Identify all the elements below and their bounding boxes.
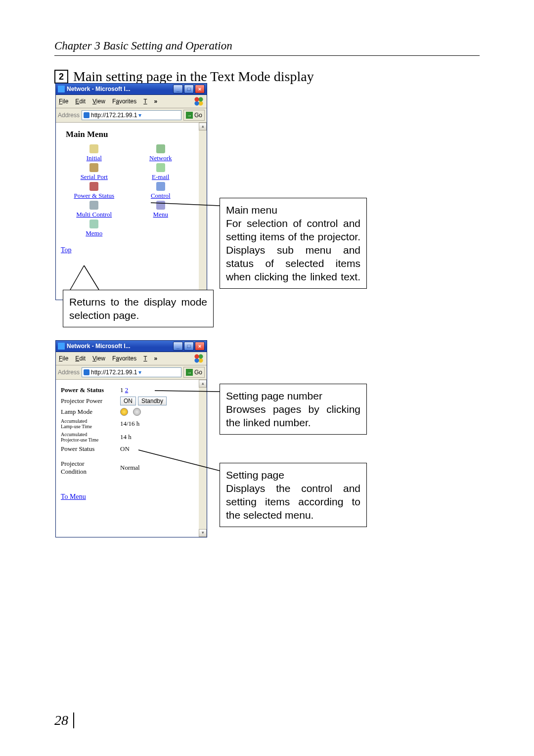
value-acc-lamp: 14/16 h [120,420,139,428]
menu-view[interactable]: View [92,98,105,105]
value-acc-projector: 14 h [120,433,132,441]
browser-content: Main Menu Initial Network Serial Port E-… [56,123,207,300]
label-acc-lamp: AccumulatedLamp-use Time [61,418,120,429]
menu-overflow[interactable]: » [154,355,158,362]
menu-edit[interactable]: Edit [75,355,86,362]
link-network[interactable]: Network [149,154,172,162]
address-field[interactable]: http://172.21.99.1 ▾ [82,367,181,377]
status-heading: Power & Status [61,386,120,394]
menu-overflow[interactable]: » [154,98,158,105]
scroll-up-icon[interactable]: ▴ [199,123,207,131]
titlebar: Network - Microsoft I... _ □ × [56,341,207,352]
scroll-down-icon[interactable]: ▾ [199,529,207,537]
maximize-button[interactable]: □ [184,342,194,351]
menu-view[interactable]: View [92,355,105,362]
go-arrow-icon: → [186,112,193,119]
lamp-mode-normal-icon[interactable] [120,408,128,416]
go-arrow-icon: → [186,369,193,376]
callout-setting-page-number: Setting page number Browses pages by cli… [220,384,367,435]
power-icon [89,182,98,191]
ie-window-mainmenu: Network - Microsoft I... _ □ × File Edit… [55,83,207,300]
callout-setting-page: Setting page Displays the control and se… [220,463,367,527]
callout-mainmenu: Main menu For selection of control and s… [220,198,367,289]
link-multicontrol[interactable]: Multi Control [76,211,112,219]
menu-edit[interactable]: Edit [75,98,86,105]
menu-file[interactable]: File [59,355,68,362]
page-link-2[interactable]: 2 [125,386,129,394]
multicontrol-icon [89,201,98,210]
control-icon [156,182,165,191]
address-label: Address [58,112,80,119]
callout-return: Returns to the display mode selection pa… [63,290,214,327]
close-button[interactable]: × [195,85,205,93]
page-icon [84,369,89,375]
windows-flag-icon [194,354,204,363]
address-value: http://172.21.99.1 [91,112,137,119]
windows-flag-icon [194,96,204,106]
standby-button[interactable]: Standby [138,397,167,405]
address-label: Address [58,369,80,376]
go-label: Go [194,112,202,119]
menu-icon [156,201,165,210]
address-bar: Address http://172.21.99.1 ▾ → Go [56,108,207,123]
on-button[interactable]: ON [120,397,136,405]
link-to-menu[interactable]: To Menu [61,493,86,501]
link-menu[interactable]: Menu [153,211,168,219]
link-memo[interactable]: Memo [86,229,102,237]
menu-file[interactable]: File [59,98,68,105]
serial-icon [89,163,98,172]
ie-window-status: Network - Microsoft I... _ □ × File Edit… [55,340,207,537]
email-icon [156,163,165,172]
page-number: 28 [54,712,74,728]
menubar: File Edit View Favorites T » [56,95,207,108]
label-lamp-mode: Lamp Mode [61,408,120,416]
maximize-button[interactable]: □ [184,85,194,93]
scrollbar[interactable]: ▴ ▾ [199,123,207,300]
lamp-mode-eco-icon[interactable] [133,408,141,416]
page-icon [84,112,89,118]
scroll-up-icon[interactable]: ▴ [199,380,207,388]
menu-tools-truncated[interactable]: T [143,98,147,105]
address-field[interactable]: http://172.21.99.1 ▾ [82,110,181,120]
address-bar: Address http://172.21.99.1 ▾ → Go [56,365,207,380]
address-dropdown-icon[interactable]: ▾ [138,369,141,376]
address-dropdown-icon[interactable]: ▾ [138,112,141,119]
mainmenu-heading: Main Menu [66,130,194,139]
go-button[interactable]: → Go [183,367,205,378]
link-email[interactable]: E-mail [152,173,169,181]
menu-favorites[interactable]: Favorites [112,355,136,362]
label-projector-power: Projector Power [61,397,120,405]
section-title: Main setting page in the Text Mode displ… [73,69,314,85]
value-projector-condition: Normal [120,464,140,472]
link-top[interactable]: Top [61,246,72,254]
menu-tools-truncated[interactable]: T [143,355,147,362]
browser-content: Power & Status 1 2 Projector Power ON St… [56,380,207,537]
section-number-box: 2 [54,70,68,84]
window-title: Network - Microsoft I... [67,86,173,92]
close-button[interactable]: × [195,342,205,351]
network-icon [156,144,165,153]
titlebar: Network - Microsoft I... _ □ × [56,84,207,95]
link-serial[interactable]: Serial Port [81,173,108,181]
address-value: http://172.21.99.1 [91,369,137,376]
label-projector-condition: ProjectorCondition [61,460,120,476]
menu-favorites[interactable]: Favorites [112,98,136,105]
minimize-button[interactable]: _ [173,342,183,351]
window-title: Network - Microsoft I... [67,343,173,350]
go-button[interactable]: → Go [183,110,205,121]
initial-icon [89,144,98,153]
value-power-status: ON [120,445,130,453]
page-current: 1 [120,386,124,394]
menubar: File Edit View Favorites T » [56,352,207,365]
memo-icon [89,220,98,228]
link-initial[interactable]: Initial [87,154,102,162]
link-control[interactable]: Control [151,192,171,200]
label-acc-projector: AccumulatedProjector-use Time [61,432,120,443]
ie-logo-icon [58,343,65,350]
label-power-status: Power Status [61,445,120,453]
go-label: Go [194,369,202,376]
scrollbar[interactable]: ▴ ▾ [199,380,207,537]
link-power[interactable]: Power & Status [74,192,114,200]
minimize-button[interactable]: _ [173,85,183,93]
section-title-row: 2 Main setting page in the Text Mode dis… [54,69,480,85]
